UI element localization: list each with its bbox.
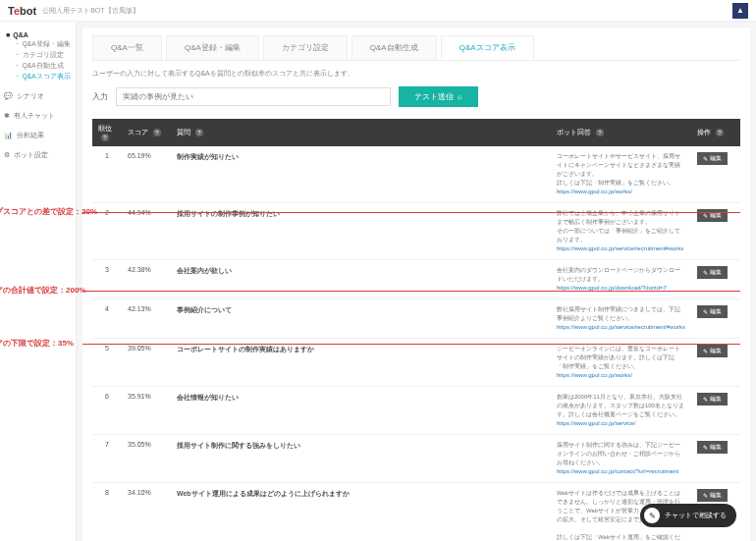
- chat-icon: ✎: [644, 508, 660, 523]
- pencil-icon: ✎: [703, 308, 708, 315]
- tab-1[interactable]: Q&A登録・編集: [166, 35, 259, 60]
- answer-link[interactable]: https://www.gpol.co.jp/works/: [557, 371, 685, 380]
- th-2: 質問 ?: [171, 119, 551, 146]
- question-cell: 会社案内が欲しい: [171, 260, 551, 299]
- answer-cell: ジーピーオンラインには、豊富なコーポレートサイトの制作実績があります。詳しくは下…: [551, 339, 691, 387]
- annotation: スコアの下限で設定：35%: [0, 338, 74, 349]
- sec-icon: 💬: [4, 92, 13, 100]
- user-avatar[interactable]: ▲: [732, 3, 748, 19]
- question-cell: 制作実績が知りたい: [171, 146, 551, 203]
- answer-link[interactable]: https://www.gpol.co.jp/service/recruitme…: [557, 244, 685, 253]
- rank-cell: 3: [92, 260, 122, 299]
- question-cell: 採用サイト制作に関する強みをしりたい: [171, 435, 551, 483]
- sidebar-sec-3[interactable]: ⚙ ボット設定: [4, 150, 72, 160]
- bot-subtitle: 公開人用テストBOT【古風版】: [42, 6, 138, 16]
- answer-link[interactable]: https://www.gpol.co.jp/works/: [557, 188, 685, 196]
- op-cell: ✎ 編集: [691, 387, 740, 435]
- pencil-icon: ✎: [703, 212, 708, 219]
- score-cell: 39.05%: [122, 339, 171, 387]
- answer-link[interactable]: https://www.gpol.co.jp/service/recruitme…: [557, 323, 685, 332]
- search-icon: ⌕: [458, 92, 462, 101]
- answer-cell: 弊社採用サイト制作実績につきましては、下記事例紹介よりご覧ください。https:…: [551, 299, 691, 339]
- score-cell: 35.05%: [122, 435, 171, 483]
- table-row: 342.38%会社案内が欲しい会社案内のダウンロードページからダウンロードいただ…: [92, 260, 740, 299]
- pencil-icon: ✎: [703, 155, 708, 162]
- score-cell: 65.19%: [122, 146, 171, 203]
- annotation-line: [82, 291, 740, 292]
- edit-button[interactable]: ✎ 編集: [697, 305, 728, 318]
- score-cell: 42.38%: [122, 260, 171, 299]
- sidebar-item-3[interactable]: ・ Q&Aスコア表示: [14, 73, 72, 81]
- pencil-icon: ✎: [703, 444, 708, 451]
- sidebar-qa[interactable]: ■ Q&A: [6, 31, 72, 38]
- answer-cell: コーポレートサイトやサービスサイト、採用サイトにキャンペーンサイトなどさまざまな…: [551, 146, 691, 203]
- edit-button[interactable]: ✎ 編集: [697, 209, 728, 222]
- sidebar-item-1[interactable]: ・ カテゴリ設定: [14, 51, 72, 60]
- answer-link[interactable]: https://www.gpol.co.jp/service/: [557, 419, 685, 428]
- question-cell: 事例紹介について: [171, 299, 551, 339]
- op-cell: ✎ 編集: [691, 435, 740, 483]
- rank-cell: 8: [92, 483, 122, 542]
- edit-button[interactable]: ✎ 編集: [697, 152, 728, 165]
- tab-3[interactable]: Q&A自動生成: [351, 35, 437, 60]
- tab-2[interactable]: カテゴリ設定: [263, 35, 348, 60]
- table-row: 635.91%会社情報が知りたい創業は2000年11月となり、東京本社、大阪支社…: [92, 387, 740, 435]
- op-cell: ✎ 編集: [691, 146, 740, 203]
- main-panel: Q&A一覧Q&A登録・編集カテゴリ設定Q&A自動生成Q&Aスコア表示 ユーザーの…: [82, 27, 750, 541]
- answer-link[interactable]: https://www.gpol.co.jp/contact/?url=recr…: [557, 467, 685, 476]
- sec-icon: ⚙: [4, 151, 10, 159]
- sidebar-item-0[interactable]: ・ Q&A登録・編集: [14, 40, 72, 49]
- pencil-icon: ✎: [703, 269, 708, 276]
- help-icon[interactable]: ?: [195, 129, 203, 136]
- score-cell: 42.13%: [122, 299, 171, 339]
- question-cell: 会社情報が知りたい: [171, 387, 551, 435]
- edit-button[interactable]: ✎ 編集: [697, 393, 728, 406]
- th-0: 順位 ?: [92, 119, 122, 146]
- th-3: ボット回答 ?: [551, 119, 691, 146]
- annotation: スコアの合計値で設定：200%: [0, 285, 85, 296]
- annotation-line: [82, 344, 740, 345]
- edit-button[interactable]: ✎ 編集: [697, 489, 728, 502]
- pencil-icon: ✎: [703, 348, 708, 354]
- help-icon[interactable]: ?: [716, 129, 724, 136]
- hint-text: ユーザーの入力に対して表示するQ&Aを質問との類似率のスコアと共に表示します。: [92, 69, 740, 79]
- question-cell: Webサイト運用による成果はどのように上げられますか: [171, 483, 551, 542]
- score-cell: 34.10%: [122, 483, 171, 542]
- annotation-line: [82, 212, 740, 213]
- th-4: 操作 ?: [691, 119, 740, 146]
- tab-4[interactable]: Q&Aスコア表示: [441, 35, 534, 60]
- table-row: 539.05%コーポレートサイトの制作実績はありますかジーピーオンラインには、豊…: [92, 339, 740, 387]
- edit-button[interactable]: ✎ 編集: [697, 345, 728, 357]
- answer-cell: 採用サイト制作に関する強みは、下記ジーピーオンラインのお問い合わせ・ご相談ページ…: [551, 435, 691, 483]
- help-icon[interactable]: ?: [101, 134, 109, 141]
- rank-cell: 4: [92, 299, 122, 339]
- answer-cell: 創業は2000年11月となり、東京本社、大阪支社の拠点があります。スタッフ数は1…: [551, 387, 691, 435]
- sec-icon: ✱: [4, 112, 10, 120]
- table-row: 735.05%採用サイト制作に関する強みをしりたい採用サイト制作に関する強みは、…: [92, 435, 740, 483]
- edit-button[interactable]: ✎ 編集: [697, 441, 728, 454]
- sidebar-sec-0[interactable]: 💬 シナリオ: [4, 91, 72, 101]
- test-submit-button[interactable]: テスト送信 ⌕: [399, 86, 478, 107]
- score-cell: 35.91%: [122, 387, 171, 435]
- table-row: 442.13%事例紹介について弊社採用サイト制作実績につきましては、下記事例紹介…: [92, 299, 740, 339]
- edit-button[interactable]: ✎ 編集: [697, 266, 728, 279]
- sidebar-sec-1[interactable]: ✱ 有人チャット: [4, 111, 72, 121]
- sidebar-item-2[interactable]: ・ Q&A自動生成: [14, 62, 72, 71]
- results-table: 順位 ?スコア ?質問 ?ボット回答 ?操作 ? 165.19%制作実績が知りた…: [92, 119, 740, 541]
- help-icon[interactable]: ?: [596, 129, 604, 136]
- answer-cell: 会社案内のダウンロードページからダウンロードいただけます。https://www…: [551, 260, 691, 299]
- pencil-icon: ✎: [703, 492, 708, 499]
- help-icon[interactable]: ?: [153, 129, 161, 136]
- logo: Tebot: [8, 5, 36, 17]
- op-cell: ✎ 編集: [691, 260, 740, 299]
- op-cell: ✎ 編集: [691, 299, 740, 339]
- th-1: スコア ?: [122, 119, 171, 146]
- question-cell: コーポレートサイトの制作実績はありますか: [171, 339, 551, 387]
- sidebar-sec-2[interactable]: 📊 分析結果: [4, 131, 72, 140]
- input-label: 入力: [92, 91, 108, 102]
- tab-0[interactable]: Q&A一覧: [92, 35, 162, 60]
- rank-cell: 6: [92, 387, 122, 435]
- test-input[interactable]: [116, 87, 391, 106]
- table-row: 165.19%制作実績が知りたいコーポレートサイトやサービスサイト、採用サイトに…: [92, 146, 740, 203]
- chat-widget[interactable]: ✎ チャットで相談する: [640, 504, 736, 527]
